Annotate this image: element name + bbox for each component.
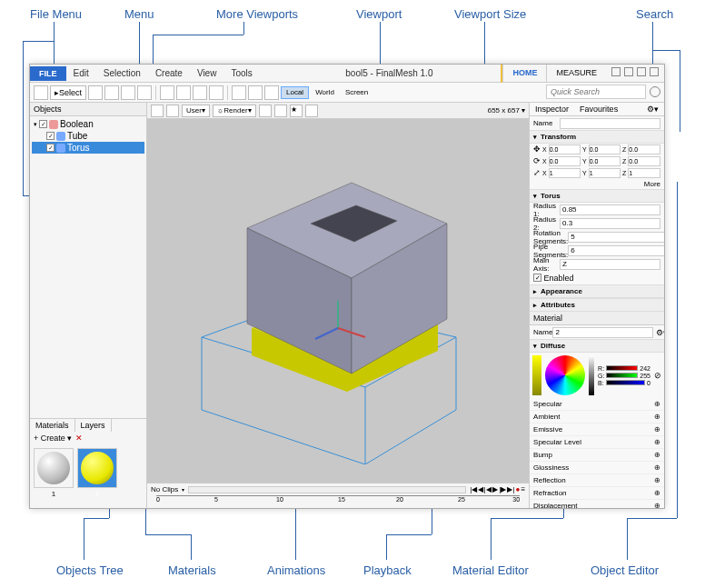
search-icon[interactable] [650,86,660,97]
gear-icon[interactable]: ⚙▾ [656,328,664,337]
play-back-icon[interactable]: ◀ [486,485,492,493]
tab-home[interactable]: HOME [502,65,546,83]
vp-star-icon[interactable]: ★ [290,105,303,117]
timeline-scrubber[interactable] [188,486,466,493]
gear-icon[interactable]: ⚙▾ [641,103,664,115]
vp-render-dropdown[interactable]: ☼ Render ▾ [213,105,256,117]
tool-new-icon[interactable] [34,85,48,100]
rotate-icon[interactable]: ⟳ [533,156,541,166]
mainaxis-input[interactable] [560,259,660,270]
checkbox-icon[interactable]: ✓ [39,120,47,128]
play-icon[interactable]: ▶ [492,485,498,493]
tab-favourites[interactable]: Favourites [574,103,623,115]
coord-screen[interactable]: Screen [341,86,372,99]
section-transform[interactable]: ▾Transform [530,130,664,144]
timeline-clips-label[interactable]: No Clips [151,485,178,493]
tool-axis-y-icon[interactable] [248,85,263,100]
tool-scale-icon[interactable] [121,85,135,100]
rot-x-input[interactable] [549,156,581,166]
vp-shade-icon[interactable] [259,105,272,117]
pos-x-input[interactable] [549,145,581,154]
goto-end-icon[interactable]: ▶| [507,485,514,493]
material-thumb-1[interactable]: 1 [34,448,74,488]
tool-rotate-icon[interactable] [104,85,119,100]
timeline-ruler[interactable]: 0 5 10 15 20 25 30 [156,495,520,504]
coord-local[interactable]: Local [281,86,309,99]
pos-z-input[interactable] [628,145,660,154]
next-frame-icon[interactable]: |▶ [499,485,506,493]
prop-refraction[interactable]: Refraction⊕ [530,487,664,500]
g-slider[interactable] [606,373,638,378]
no-texture-icon[interactable]: ⊘ [654,371,661,380]
max-icon[interactable] [637,67,646,76]
tool-measure-icon[interactable] [137,85,152,100]
section-attributes[interactable]: ▸Attributes [530,298,664,312]
tool-fit-icon[interactable] [209,85,223,100]
tab-measure[interactable]: MEASURE [546,65,606,83]
prop-specular[interactable]: Specular⊕ [530,398,664,411]
prop-specular-level[interactable]: Specular Level⊕ [530,436,664,449]
radius2-input[interactable] [560,218,660,229]
tool-axis-x-icon[interactable] [232,85,246,100]
menu-edit[interactable]: Edit [66,65,96,81]
search-input[interactable] [546,85,646,99]
menu-create[interactable]: Create [148,65,190,81]
section-diffuse[interactable]: ▾Diffuse [530,339,664,353]
tool-move-icon[interactable] [88,85,103,100]
vp-grid-icon[interactable] [305,105,318,117]
scale-x-input[interactable] [549,168,581,178]
materials-create-button[interactable]: + Create ▾ [34,434,72,443]
file-menu-button[interactable]: FILE [30,66,66,81]
tab-materials[interactable]: Materials [30,419,75,432]
tree-item-tube[interactable]: ✓ Tube [32,130,144,142]
scale-y-input[interactable] [589,168,621,178]
move-icon[interactable]: ✥ [533,145,541,154]
tool-zoom-icon[interactable] [160,85,174,100]
prop-bump[interactable]: Bump⊕ [530,449,664,462]
prop-emissive[interactable]: Emissive⊕ [530,424,664,436]
viewport-3d[interactable] [147,119,529,483]
prop-displacement[interactable]: Displacement⊕ [530,500,664,508]
rot-y-input[interactable] [589,156,621,166]
diffuse-swatch[interactable] [532,355,541,395]
checkbox-icon[interactable]: ✓ [46,132,55,140]
menu-tools[interactable]: Tools [223,65,259,81]
material-thumb-2[interactable]: 2 [77,448,117,488]
rot-z-input[interactable] [628,156,660,166]
record-icon[interactable]: ● [516,485,521,493]
prop-reflection[interactable]: Reflection⊕ [530,474,664,487]
tab-layers[interactable]: Layers [75,419,112,432]
r-slider[interactable] [606,365,638,371]
b-slider[interactable] [606,380,645,385]
radius1-input[interactable] [560,204,660,215]
scale-icon[interactable]: ⤢ [533,168,541,178]
tool-axis-z-icon[interactable] [264,85,279,100]
rotseg-input[interactable] [568,232,664,243]
prev-frame-icon[interactable]: ◀| [478,485,485,493]
section-appearance[interactable]: ▸Appearance [530,284,664,298]
tab-inspector[interactable]: Inspector [530,103,574,115]
material-name-input[interactable] [552,327,653,338]
color-wheel[interactable] [545,355,585,395]
goto-start-icon[interactable]: |◀ [470,485,477,493]
menu-selection[interactable]: Selection [96,65,148,81]
tool-select[interactable]: ▸ Select [50,85,86,100]
close-win-icon[interactable] [650,67,659,76]
scale-z-input[interactable] [628,168,660,178]
enabled-checkbox[interactable]: ✓ [533,274,541,282]
more-button[interactable]: More [644,180,660,188]
menu-view[interactable]: View [190,65,224,81]
tree-root[interactable]: ▾ ✓ Boolean [32,118,144,130]
prop-glossiness[interactable]: Glossiness⊕ [530,462,664,474]
materials-delete-button[interactable]: ✕ [75,434,83,443]
vp-layout-icon[interactable] [151,105,164,117]
pin-icon[interactable] [611,67,621,76]
coord-world[interactable]: World [311,86,339,99]
pos-y-input[interactable] [589,145,621,154]
vp-cam-icon[interactable] [166,105,179,117]
pipeseg-input[interactable] [568,245,664,256]
menu-icon[interactable]: ≡ [521,485,525,493]
checkbox-icon[interactable]: ✓ [46,144,55,152]
prop-ambient[interactable]: Ambient⊕ [530,411,664,424]
tool-orbit-icon[interactable] [193,85,207,100]
